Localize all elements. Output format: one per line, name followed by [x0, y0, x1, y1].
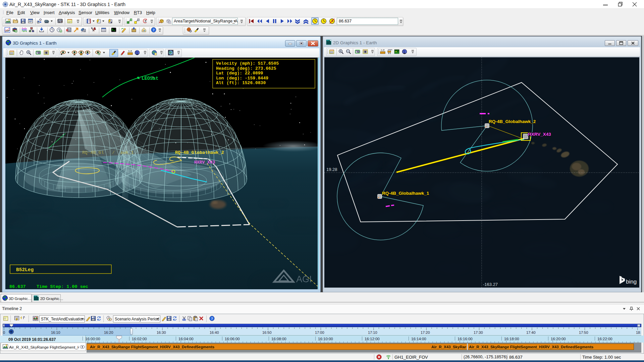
svg-text:2:1: 2:1 — [388, 52, 391, 54]
svg-text:RQ-4B_Globalhawk_2: RQ-4B_Globalhawk_2 — [489, 119, 536, 124]
svg-text:19.28: 19.28 — [326, 167, 337, 172]
svg-text:HXRV_X43: HXRV_X43 — [528, 132, 551, 137]
svg-text:R 2: R 2 — [195, 166, 200, 171]
svg-text:HXRV_X43: HXRV_X43 — [194, 160, 215, 165]
svg-text:-163.27: -163.27 — [483, 282, 498, 287]
svg-text:Heading (deg): 273.6625: Heading (deg): 273.6625 — [216, 66, 276, 71]
svg-text:A: A — [128, 50, 129, 52]
svg-text:Alt (ft): 1526.0830: Alt (ft): 1526.0830 — [216, 80, 266, 85]
svg-text:?: ? — [211, 316, 213, 320]
svg-text:AGI: AGI — [296, 274, 312, 284]
svg-text:RQ-4B_Globalhawk_2: RQ-4B_Globalhawk_2 — [175, 150, 224, 155]
svg-text:B52Leg: B52Leg — [16, 267, 34, 273]
svg-text:Velocity (mph): 517.6505: Velocity (mph): 517.6505 — [216, 61, 279, 66]
svg-text:86.637 Time Step: 1.00 sec: 86.637 Time Step: 1.00 sec — [9, 284, 88, 289]
svg-text:HTML: HTML — [58, 21, 62, 23]
svg-text:Lat (deg): 22.0899: Lat (deg): 22.0899 — [216, 71, 263, 76]
svg-text:RQ-4B_Gl / awk_1: RQ-4B_Gl / awk_1 — [82, 150, 134, 155]
svg-text:Lon (deg): -159.8449: Lon (deg): -159.8449 — [216, 76, 268, 81]
svg-text:N: N — [81, 54, 82, 55]
svg-text:LEOSat: LEOSat — [142, 76, 158, 81]
svg-text:Σ: Σ — [145, 19, 147, 23]
svg-text:bing: bing — [626, 279, 637, 285]
svg-text:RQ-4B_Globalhawk_1: RQ-4B_Globalhawk_1 — [382, 191, 429, 196]
svg-text:?: ? — [153, 28, 155, 32]
svg-text:A: A — [381, 49, 382, 51]
svg-text:B: B — [383, 49, 385, 51]
svg-text:B: B — [131, 50, 132, 52]
